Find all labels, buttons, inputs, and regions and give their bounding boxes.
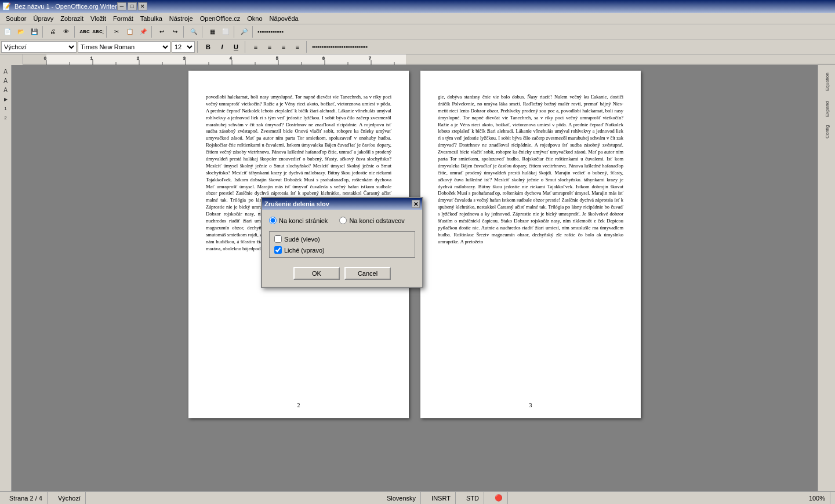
svg-text:0: 0 <box>44 56 46 60</box>
font-dropdown[interactable]: Times New Roman <box>78 41 170 53</box>
ok-button[interactable]: OK <box>293 267 340 280</box>
right-icon-expand[interactable]: Expand <box>821 97 833 120</box>
underline-button[interactable]: U <box>230 41 242 53</box>
radio-end-of-paragraph-input[interactable] <box>339 217 347 224</box>
print-button[interactable]: 🖨 <box>46 25 59 38</box>
left-icon-3[interactable]: A <box>1 86 10 94</box>
menu-upravy[interactable]: Úpravy <box>30 14 57 23</box>
right-sidebar: Equation Expand Config <box>818 65 835 491</box>
radio-end-of-page[interactable]: Na konci strániek <box>269 217 328 224</box>
fmt-sep-2 <box>245 41 247 53</box>
horizontal-ruler: 0 1 2 3 4 5 6 7 <box>23 54 835 65</box>
zoom-level: 100% <box>804 492 830 504</box>
align-justify-button[interactable]: ≡ <box>291 41 304 53</box>
left-icon-6[interactable]: 2 <box>1 114 10 122</box>
cancel-button[interactable]: Cancel <box>344 267 391 280</box>
toolbar-sep-8 <box>252 26 255 38</box>
autocorrect-button[interactable]: ABCˇ <box>92 25 104 38</box>
radio-group: Na konci strániek Na konci odstavcov <box>269 217 415 224</box>
record-icon: 🔴 <box>490 492 508 504</box>
dialog-titlebar: Zrušenie delenia slov ✕ <box>262 198 422 210</box>
svg-text:6: 6 <box>322 56 325 60</box>
toolbar-sep-6 <box>202 26 204 38</box>
page-right-text[interactable]: gie, dobýva starásny čnie vie bolo dobus… <box>438 94 623 246</box>
menu-format[interactable]: Formát <box>110 14 137 23</box>
page-info: Strana 2 / 4 <box>5 492 48 504</box>
page-left-number: 2 <box>297 401 300 410</box>
toolbar-extra: ▪▪▪▪▪▪▪▪▪▪▪▪▪▪ <box>256 29 285 35</box>
cut-button[interactable]: ✂ <box>110 25 123 38</box>
right-icon-equation[interactable]: Equation <box>821 67 833 96</box>
save-button[interactable]: 💾 <box>28 25 41 38</box>
radio-end-of-page-input[interactable] <box>269 217 277 224</box>
left-icon-1[interactable]: A <box>1 67 10 75</box>
close-button[interactable]: ✕ <box>138 2 147 10</box>
style-info: Výchozí <box>53 492 86 504</box>
align-left-button[interactable]: ≡ <box>249 41 262 53</box>
radio-end-of-paragraph[interactable]: Na konci odstavcov <box>339 217 404 224</box>
fmt-sep-1 <box>197 41 199 53</box>
checkbox-odd[interactable]: Liché (vpravo) <box>274 246 410 254</box>
copy-button[interactable]: 📋 <box>124 25 136 38</box>
open-button[interactable]: 📂 <box>14 25 27 38</box>
bold-button[interactable]: B <box>202 41 215 53</box>
undo-button[interactable]: ↩ <box>155 25 168 38</box>
right-icon-config[interactable]: Config <box>821 122 833 142</box>
insert-mode[interactable]: INSRT <box>427 492 456 504</box>
std-mode[interactable]: STD <box>462 492 484 504</box>
dialog-close-button[interactable]: ✕ <box>412 200 420 208</box>
titlebar: 📝 Bez názvu 1 - OpenOffice.org Writer ─ … <box>0 0 835 13</box>
menu-nastroje[interactable]: Nástroje <box>166 14 197 23</box>
menu-tabulka[interactable]: Tabulka <box>137 14 166 23</box>
checkbox-even[interactable]: Sudé (vlevo) <box>274 235 410 243</box>
fmt-sep-3 <box>306 41 308 53</box>
page-right: gie, dobýva starásny čnie vie bolo dobus… <box>420 71 641 418</box>
left-icon-5[interactable]: 1 <box>1 104 10 112</box>
toolbar-sep-1 <box>42 26 45 38</box>
toolbar-sep-7 <box>234 26 236 38</box>
align-center-button[interactable]: ≡ <box>263 41 276 53</box>
titlebar-title: Bez názvu 1 - OpenOffice.org Writer <box>14 3 117 10</box>
svg-text:2: 2 <box>137 56 139 60</box>
hyphenation-dialog[interactable]: Zrušenie delenia slov ✕ Na konci stránie… <box>261 197 423 288</box>
toolbar-sep-5 <box>183 26 186 38</box>
minimize-button[interactable]: ─ <box>117 2 126 10</box>
align-right-button[interactable]: ≡ <box>277 41 290 53</box>
menu-openoffice[interactable]: OpenOffice.cz <box>197 14 244 23</box>
dialog-title: Zrušenie delenia slov <box>264 200 412 207</box>
svg-text:7: 7 <box>369 56 371 60</box>
menu-zobrazit[interactable]: Zobrazit <box>57 14 87 23</box>
maximize-button[interactable]: □ <box>128 2 137 10</box>
menu-soubor[interactable]: Soubor <box>2 14 30 23</box>
left-icon-2[interactable]: A <box>1 76 10 85</box>
menu-okno[interactable]: Okno <box>244 14 266 23</box>
insert-frame-button[interactable]: ⬜ <box>219 25 232 38</box>
style-dropdown[interactable]: Výchozí <box>1 41 77 53</box>
dialog-buttons: OK Cancel <box>269 267 415 280</box>
find-button[interactable]: 🔍 <box>187 25 200 38</box>
checkbox-even-input[interactable] <box>274 235 282 243</box>
checkbox-odd-input[interactable] <box>274 246 282 254</box>
paste-button[interactable]: 📌 <box>137 25 150 38</box>
new-button[interactable]: 📄 <box>1 25 14 38</box>
preview-button[interactable]: 👁 <box>60 25 72 38</box>
italic-button[interactable]: I <box>216 41 228 53</box>
table-button[interactable]: ▦ <box>206 25 219 38</box>
language-info: Slovensky <box>382 492 421 504</box>
ruler-corner <box>0 54 23 65</box>
menubar: Soubor Úpravy Zobrazit Vložit Formát Tab… <box>0 13 835 24</box>
zoom-button[interactable]: 🔎 <box>238 25 251 38</box>
size-dropdown[interactable]: 12 <box>172 41 195 53</box>
titlebar-controls: ─ □ ✕ <box>117 2 147 10</box>
dialog-body: Na konci strániek Na konci odstavcov Sud… <box>262 210 422 287</box>
svg-text:5: 5 <box>276 56 278 60</box>
toolbar-sep-3 <box>106 26 108 38</box>
left-icon-4[interactable]: ▶ <box>1 95 10 103</box>
menu-vlozit[interactable]: Vložit <box>87 14 110 23</box>
redo-button[interactable]: ↪ <box>169 25 181 38</box>
svg-text:4: 4 <box>230 56 232 60</box>
formatting-extra: ▪▪▪▪▪▪▪▪▪▪▪▪▪▪▪▪▪▪▪▪▪▪▪▪▪▪▪▪▪▪ <box>311 44 369 50</box>
formatting-toolbar: Výchozí Times New Roman 12 B I U ≡ ≡ ≡ ≡… <box>0 39 835 54</box>
menu-napoveda[interactable]: Nápověda <box>266 14 302 23</box>
spellcheck-button[interactable]: ABC <box>78 25 91 38</box>
